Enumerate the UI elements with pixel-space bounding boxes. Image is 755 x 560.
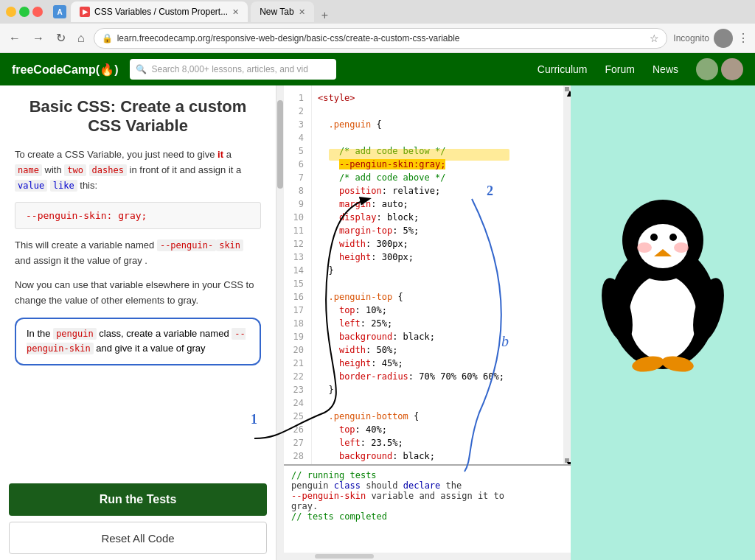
scroll-down-arrow[interactable]: ▼ bbox=[565, 458, 569, 463]
lesson-content: Basic CSS: Create a custom CSS Variable … bbox=[0, 85, 276, 477]
code-line-27: left: 23.5%; bbox=[318, 436, 557, 449]
code-line-28: background: black; bbox=[318, 449, 557, 463]
highlight-it: it bbox=[218, 149, 223, 160]
code-line-23: } bbox=[318, 383, 557, 396]
code-line-2 bbox=[318, 105, 557, 118]
code-line-5: /* add code below */ bbox=[318, 144, 557, 158]
line-num-14: 14 bbox=[287, 264, 308, 277]
fcc-header: freeCodeCamp(🔥) 🔍 Search 8,000+ lessons,… bbox=[0, 53, 755, 85]
console-text-1: penguin bbox=[291, 480, 334, 491]
line-num-21: 21 bbox=[287, 357, 308, 370]
console-line-comment: // running tests bbox=[291, 470, 563, 480]
profile-avatar[interactable] bbox=[714, 29, 733, 48]
console-line-3: gray. bbox=[291, 501, 563, 511]
close-button[interactable] bbox=[32, 7, 43, 17]
left-scroll-thumb[interactable] bbox=[277, 100, 283, 189]
console-line-2: --penguin-skin variable and assign it to bbox=[291, 491, 563, 501]
code-line-20: width: 50%; bbox=[318, 343, 557, 357]
tab-area: ▶ CSS Variables / Custom Propert... ✕ Ne… bbox=[71, 1, 749, 22]
line-num-19: 19 bbox=[287, 330, 308, 343]
lesson-para-1: To create a CSS Variable, you just need … bbox=[15, 147, 261, 193]
inline-dashes: dashes bbox=[89, 164, 127, 176]
incognito-area: Incognito ⋮ bbox=[673, 29, 749, 48]
gray-text: gray bbox=[123, 255, 142, 266]
line-num-1: 1 bbox=[287, 91, 308, 105]
line-num-10: 10 bbox=[287, 211, 308, 224]
run-tests-button[interactable]: Run the Tests bbox=[9, 483, 267, 516]
tab-newtab[interactable]: New Tab ✕ bbox=[251, 1, 313, 22]
button-area: Run the Tests Reset All Code bbox=[0, 477, 276, 560]
console-class-kw: class bbox=[334, 480, 361, 491]
lesson-para-3: Now you can use that variable elsewhere … bbox=[15, 278, 261, 309]
line-num-25: 25 bbox=[287, 410, 308, 423]
console-completed: // tests completed bbox=[291, 511, 387, 522]
maximize-button[interactable] bbox=[19, 7, 29, 17]
code-lines[interactable]: <style> .penguin { /* add code below */ … bbox=[312, 85, 563, 464]
address-bar: ← → ↻ ⌂ 🔒 learn.freecodecamp.org/respons… bbox=[0, 24, 755, 53]
user-avatar-1[interactable] bbox=[696, 58, 718, 80]
code-line-7: /* add code above */ bbox=[318, 171, 557, 184]
bookmark-icon[interactable]: ☆ bbox=[650, 32, 659, 44]
user-avatar-2[interactable] bbox=[721, 58, 743, 80]
fcc-logo[interactable]: freeCodeCamp(🔥) bbox=[12, 63, 118, 77]
code-line-16: .penguin-top { bbox=[318, 290, 557, 304]
line-num-11: 11 bbox=[287, 224, 308, 237]
line-num-2: 2 bbox=[287, 105, 308, 118]
editor-section: 1 2 3 4 5 6 7 8 9 10 11 12 13 14 15 16 1 bbox=[284, 85, 571, 560]
preview-panel bbox=[571, 85, 755, 560]
tab-label: CSS Variables / Custom Propert... bbox=[94, 7, 228, 17]
scroll-up-arrow[interactable]: ▲ bbox=[565, 87, 569, 91]
code-line-14: } bbox=[318, 264, 557, 277]
console-text-2: variable and assign it to bbox=[371, 491, 504, 501]
h-scrollbar[interactable] bbox=[284, 553, 571, 560]
line-num-7: 7 bbox=[287, 171, 308, 184]
console-area: // running tests penguin class should de… bbox=[284, 464, 571, 553]
inline-penguin: penguin bbox=[53, 328, 97, 340]
reset-button[interactable]: Reset All Code bbox=[9, 522, 267, 554]
tab-active[interactable]: ▶ CSS Variables / Custom Propert... ✕ bbox=[71, 1, 248, 22]
forward-button[interactable]: → bbox=[29, 29, 47, 48]
code-line-17: top: 10%; bbox=[318, 304, 557, 317]
code-line-3: .penguin { bbox=[318, 118, 557, 131]
console-line-1: penguin class should declare the bbox=[291, 480, 563, 491]
home-button[interactable]: ⌂ bbox=[74, 29, 88, 48]
code-line-21: height: 45%; bbox=[318, 357, 557, 370]
code-line-8: position: relative; bbox=[318, 184, 557, 197]
editor-scrollbar[interactable]: ▲ ▼ bbox=[563, 85, 571, 464]
line-num-27: 27 bbox=[287, 436, 308, 449]
nav-curriculum[interactable]: Curriculum bbox=[537, 63, 588, 75]
fcc-search-box[interactable]: 🔍 Search 8,000+ lessons, articles, and v… bbox=[130, 59, 336, 80]
svg-point-9 bbox=[669, 234, 677, 241]
tab-close-button[interactable]: ✕ bbox=[232, 7, 239, 17]
svg-point-11 bbox=[637, 242, 652, 253]
h-scroll-thumb[interactable] bbox=[315, 554, 374, 559]
console-comment: // running tests bbox=[291, 470, 377, 480]
code-line-4 bbox=[318, 131, 557, 144]
console-text-3: gray. bbox=[291, 501, 318, 511]
line-num-23: 23 bbox=[287, 383, 308, 396]
menu-button[interactable]: ⋮ bbox=[737, 31, 749, 45]
back-button[interactable]: ← bbox=[6, 29, 24, 48]
line-num-13: 13 bbox=[287, 251, 308, 264]
code-line-11: margin-top: 5%; bbox=[318, 224, 557, 237]
left-panel-scrollbar[interactable] bbox=[276, 85, 284, 560]
minimize-button[interactable] bbox=[6, 7, 16, 17]
new-tab-button[interactable]: + bbox=[317, 9, 333, 22]
incognito-label: Incognito bbox=[673, 33, 709, 43]
inline-value: value bbox=[15, 180, 47, 192]
line-num-5: 5 bbox=[287, 144, 308, 158]
code-line-13: height: 300px; bbox=[318, 251, 557, 264]
inline-like: like bbox=[50, 180, 77, 192]
code-editor[interactable]: 1 2 3 4 5 6 7 8 9 10 11 12 13 14 15 16 1 bbox=[284, 85, 571, 560]
line-num-26: 26 bbox=[287, 423, 308, 436]
reload-button[interactable]: ↻ bbox=[53, 28, 69, 48]
penguin-preview bbox=[571, 85, 755, 560]
nav-news[interactable]: News bbox=[653, 63, 678, 75]
code-line-6: --pengiun-skin:gray; bbox=[318, 158, 557, 171]
tab-favicon: ▶ bbox=[80, 7, 90, 17]
nav-forum[interactable]: Forum bbox=[605, 63, 635, 75]
line-num-15: 15 bbox=[287, 277, 308, 290]
extension-icon: A bbox=[53, 5, 66, 18]
url-box[interactable]: 🔒 learn.freecodecamp.org/responsive-web-… bbox=[94, 28, 668, 49]
tab-newtab-close[interactable]: ✕ bbox=[299, 7, 305, 17]
